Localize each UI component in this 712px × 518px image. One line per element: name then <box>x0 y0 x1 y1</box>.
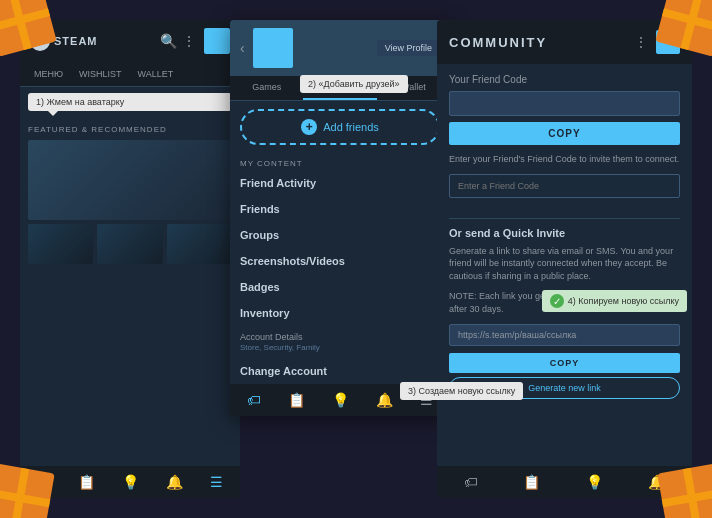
menu-account-details[interactable]: Account Details Store, Security, Family … <box>230 326 450 358</box>
back-button[interactable]: ‹ <box>240 40 245 56</box>
bottom-icon-discover[interactable]: 💡 <box>122 474 139 490</box>
steam-content-area: FEATURED & RECOMMENDED <box>20 117 240 466</box>
search-icon[interactable]: 🔍 <box>160 33 176 49</box>
bottom-icon-more[interactable]: ☰ <box>210 474 223 490</box>
community-header: COMMUNITY ⋮ <box>437 20 692 64</box>
steam-logo-text: STEAM <box>54 35 98 47</box>
featured-small-images <box>28 224 232 264</box>
menu-dots-icon[interactable]: ⋮ <box>182 33 198 49</box>
steam-nav: МЕНЮ WISHLIST WALLET <box>20 62 240 87</box>
menu-badges[interactable]: Badges <box>230 274 450 300</box>
checkmark-icon: ✓ <box>550 294 564 308</box>
steam-header-icons: 🔍 ⋮ <box>160 28 230 54</box>
small-image-1 <box>28 224 93 264</box>
community-content: Your Friend Code COPY Enter your Friend'… <box>437 64 692 417</box>
menu-inventory[interactable]: Inventory <box>230 300 450 326</box>
friend-code-input[interactable] <box>449 91 680 116</box>
profile-avatar <box>253 28 293 68</box>
friend-code-label: Your Friend Code <box>449 74 680 85</box>
featured-section: FEATURED & RECOMMENDED <box>20 117 240 268</box>
enter-friend-code-input[interactable] <box>449 174 680 198</box>
copy-friend-code-button[interactable]: COPY <box>449 122 680 145</box>
step4-tooltip: ✓ 4) Копируем новую ссылку <box>542 290 687 312</box>
view-profile-button[interactable]: View Profile <box>377 40 440 56</box>
my-content-label: MY CONTENT <box>230 153 450 170</box>
featured-label: FEATURED & RECOMMENDED <box>28 125 232 134</box>
add-friends-label: Add friends <box>323 121 379 133</box>
menu-friend-activity[interactable]: Friend Activity <box>230 170 450 196</box>
copy-link-button[interactable]: COPY <box>449 353 680 373</box>
menu-screenshots[interactable]: Screenshots/Videos <box>230 248 450 274</box>
step2-tooltip: 2) «Добавить друзей» <box>300 75 408 93</box>
menu-change-account[interactable]: Change Account <box>230 358 450 384</box>
bottom-icon-library[interactable]: 📋 <box>78 474 95 490</box>
community-bottom-library[interactable]: 📋 <box>523 474 540 490</box>
quick-invite-desc: Generate a link to share via email or SM… <box>449 245 680 283</box>
gift-decoration-bottom-right <box>657 463 712 518</box>
add-friends-button[interactable]: + Add friends <box>240 109 440 145</box>
featured-image <box>28 140 232 220</box>
community-bottom-discover[interactable]: 💡 <box>586 474 603 490</box>
step1-tooltip: 1) Жмем на аватарку <box>28 93 232 111</box>
small-image-2 <box>97 224 162 264</box>
steam-panel: STEAM 🔍 ⋮ МЕНЮ WISHLIST WALLET 1) Жмем н… <box>20 20 240 498</box>
divider <box>449 218 680 219</box>
add-icon: + <box>301 119 317 135</box>
nav-wishlist[interactable]: WISHLIST <box>73 66 128 82</box>
bottom-icon-notifications[interactable]: 🔔 <box>166 474 183 490</box>
popup-header: ‹ View Profile <box>230 20 450 76</box>
quick-invite-label: Or send a Quick Invite <box>449 227 680 239</box>
friend-code-description: Enter your Friend's Friend Code to invit… <box>449 153 680 166</box>
community-title: COMMUNITY <box>449 35 547 50</box>
nav-wallet[interactable]: WALLET <box>132 66 180 82</box>
popup-bottom-discover[interactable]: 💡 <box>332 392 349 408</box>
menu-friends[interactable]: Friends <box>230 196 450 222</box>
popup-bottom-library[interactable]: 📋 <box>288 392 305 408</box>
gift-decoration-bottom-left <box>0 463 55 518</box>
menu-groups[interactable]: Groups <box>230 222 450 248</box>
community-panel: COMMUNITY ⋮ Your Friend Code COPY Enter … <box>437 20 692 498</box>
step3-tooltip: 3) Создаем новую ссылку <box>400 382 523 400</box>
popup-bottom-store[interactable]: 🏷 <box>247 392 261 408</box>
tab-games[interactable]: Games <box>230 76 303 100</box>
small-image-3 <box>167 224 232 264</box>
nav-menu[interactable]: МЕНЮ <box>28 66 69 82</box>
avatar[interactable] <box>204 28 230 54</box>
popup-bottom-notifications[interactable]: 🔔 <box>376 392 393 408</box>
account-details-label: Account Details Store, Security, Family <box>240 332 320 352</box>
community-menu-icon[interactable]: ⋮ <box>634 34 648 50</box>
community-bottom-nav: 🏷 📋 💡 🔔 <box>437 466 692 498</box>
link-box: https://s.team/p/ваша/ссылка <box>449 324 680 346</box>
community-bottom-store[interactable]: 🏷 <box>464 474 478 490</box>
